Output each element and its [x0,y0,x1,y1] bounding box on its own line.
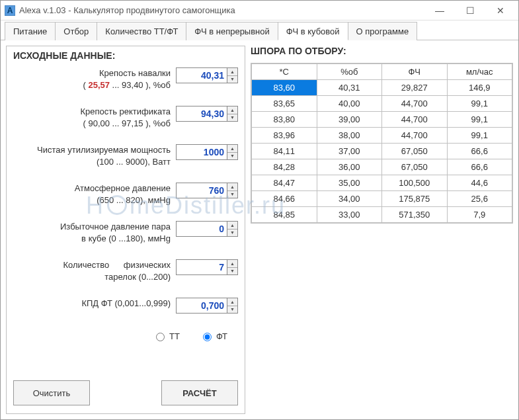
app-icon: A [5,5,15,16]
table-cell: 40,00 [317,96,382,112]
table-row[interactable]: 84,6634,00175,87525,6 [252,191,512,207]
tab-1[interactable]: Отбор [55,22,97,40]
over-pressure-input[interactable] [176,221,227,237]
table-cell: 38,00 [317,128,382,144]
plates-label: Количество физических тарелок (0...200) [13,259,176,283]
spinner-down-icon[interactable]: ▼ [227,306,237,314]
spinner-up-icon[interactable]: ▲ [227,222,237,230]
spinner-up-icon[interactable]: ▲ [227,298,237,306]
table-cell: 571,350 [382,207,448,223]
spinner-up-icon[interactable]: ▲ [227,106,237,114]
kpd-input[interactable] [176,298,227,314]
table-cell: 44,6 [447,175,512,191]
tab-0[interactable]: Питание [5,22,56,40]
spinner-up-icon[interactable]: ▲ [227,68,237,76]
tab-4[interactable]: ФЧ в кубовой [278,22,348,40]
table-cell: 83,65 [252,96,317,112]
table-row[interactable]: 84,1137,0067,05066,6 [252,144,512,159]
feed-strength-label: Крепость навалки ( 25,57 ... 93,40 ), %о… [13,67,176,91]
titlebar: A Alexa v.1.03 - Калькулятор продвинутог… [1,1,518,21]
table-cell: 99,1 [447,112,512,128]
kpd-label: КПД ФТ (0,001...0,999) [13,298,176,310]
output-table-wrap: *C%обФЧмл/час 83,6040,3129,827146,983,65… [251,63,513,224]
table-cell: 83,96 [252,128,317,144]
feed-strength-input[interactable] [176,67,227,83]
table-cell: 34,00 [317,191,382,207]
table-cell: 67,050 [382,144,448,159]
table-cell: 84,28 [252,159,317,175]
plates-input[interactable] [176,259,227,275]
table-cell: 44,700 [382,96,448,112]
table-cell: 84,11 [252,144,317,159]
table-cell: 66,6 [447,144,512,159]
table-row[interactable]: 83,8039,0044,70099,1 [252,112,512,128]
table-row[interactable]: 83,6040,3129,827146,9 [252,80,512,96]
spinner-up-icon[interactable]: ▲ [227,145,237,153]
atm-pressure-input[interactable] [176,183,227,198]
table-cell: 40,31 [317,80,382,96]
table-cell: 146,9 [447,80,512,96]
maximize-button[interactable]: ☐ [455,1,485,20]
spinner-down-icon[interactable]: ▼ [227,191,237,198]
over-pressure-label: Избыточное давление пара в кубе (0 ...18… [13,221,176,245]
table-cell: 100,500 [382,175,448,191]
spinner-up-icon[interactable]: ▲ [227,260,237,268]
window-title: Alexa v.1.03 - Калькулятор продвинутого … [19,5,235,15]
clear-button[interactable]: Очистить [13,380,90,405]
table-cell: 83,60 [252,80,317,96]
minimize-button[interactable]: — [424,1,455,20]
table-row[interactable]: 83,6540,0044,70099,1 [252,96,512,112]
tab-2[interactable]: Количество ТТ/ФТ [97,22,186,40]
table-cell: 39,00 [317,112,382,128]
table-cell: 99,1 [447,96,512,112]
table-cell: 37,00 [317,144,382,159]
tab-3[interactable]: ФЧ в непрерывной [186,22,278,40]
table-cell: 25,6 [447,191,512,207]
table-row[interactable]: 84,8533,00571,3507,9 [252,207,512,223]
table-cell: 83,80 [252,112,317,128]
table-cell: 44,700 [382,128,448,144]
rect-strength-label: Крепость ректификата ( 90,00 ... 97,15 )… [13,106,176,130]
calc-button[interactable]: РАСЧЁТ [161,380,238,405]
table-cell: 29,827 [382,80,448,96]
table-header: мл/час [447,64,512,80]
spinner-down-icon[interactable]: ▼ [227,114,237,122]
tabs-bar: ПитаниеОтборКоличество ТТ/ФТФЧ в непреры… [1,21,518,40]
close-button[interactable]: ✕ [485,1,516,20]
spinner-down-icon[interactable]: ▼ [227,153,237,160]
table-cell: 44,700 [382,112,448,128]
table-row[interactable]: 83,9638,0044,70099,1 [252,128,512,144]
table-cell: 67,050 [382,159,448,175]
table-header: ФЧ [382,64,448,80]
table-cell: 84,47 [252,175,317,191]
spinner-down-icon[interactable]: ▼ [227,76,237,83]
table-cell: 84,85 [252,207,317,223]
table-cell: 7,9 [447,207,512,223]
input-heading: ИСХОДНЫЕ ДАННЫЕ: [13,50,238,61]
table-row[interactable]: 84,4735,00100,50044,6 [252,175,512,191]
input-panel: ИСХОДНЫЕ ДАННЫЕ: Крепость навалки ( 25,5… [6,46,245,414]
table-cell: 33,00 [317,207,382,223]
table-cell: 84,66 [252,191,317,207]
table-heading: ШПОРА ПО ОТБОРУ: [251,46,513,56]
atm-pressure-label: Атмосферное давление (650 ... 820), ммHg [13,183,176,206]
rect-strength-input[interactable] [176,106,227,122]
table-header: *C [252,64,317,80]
table-cell: 175,875 [382,191,448,207]
spinner-down-icon[interactable]: ▼ [227,268,237,275]
power-input[interactable] [176,144,227,160]
table-cell: 36,00 [317,159,382,175]
spinner-up-icon[interactable]: ▲ [227,183,237,191]
table-cell: 99,1 [447,128,512,144]
table-cell: 35,00 [317,175,382,191]
power-label: Чистая утилизируемая мощность (100 ... 9… [13,144,176,168]
table-row[interactable]: 84,2836,0067,05066,6 [252,159,512,175]
table-cell: 66,6 [447,159,512,175]
radio-ft[interactable]: ФТ [200,331,227,341]
output-table: *C%обФЧмл/час 83,6040,3129,827146,983,65… [251,63,512,223]
tab-5[interactable]: О программе [348,22,418,40]
spinner-down-icon[interactable]: ▼ [227,230,237,237]
table-header: %об [317,64,382,80]
radio-tt[interactable]: ТТ [153,331,180,341]
